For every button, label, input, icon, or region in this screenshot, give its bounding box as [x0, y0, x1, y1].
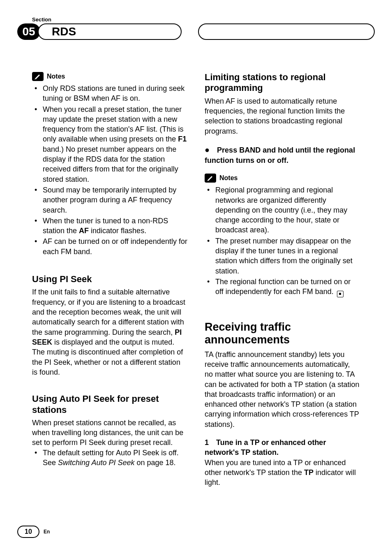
- section-label: Section: [32, 16, 360, 23]
- step-1: 1Tune in a TP or enhanced other network'…: [205, 438, 360, 458]
- list-item: The default setting for Auto PI Seek is …: [32, 448, 187, 468]
- list-item: AF can be turned on or off independently…: [32, 236, 187, 257]
- heading-auto-pi-seek: Using Auto PI Seek for preset stations: [32, 394, 187, 415]
- tab-title: RDS: [52, 25, 76, 38]
- list-item: The preset number may disappear on the d…: [205, 236, 360, 276]
- pencil-note-icon: [205, 174, 216, 183]
- notes-block-right: Notes Regional programming and regional …: [205, 174, 360, 297]
- notes-block-left: Notes Only RDS stations are tuned in dur…: [32, 72, 187, 257]
- list-item: The regional function can be turned on o…: [205, 277, 360, 297]
- heading-traffic: Receiving traffic announcements: [205, 321, 360, 346]
- stop-icon: [337, 291, 344, 297]
- list-item: Regional programming and regional networ…: [205, 185, 360, 235]
- traffic-section: Receiving traffic announcements TA (traf…: [205, 321, 360, 488]
- notes-label: Notes: [219, 174, 238, 182]
- page-header: 05 RDS: [32, 24, 360, 40]
- notes-label: Notes: [47, 73, 65, 80]
- heading-pi-seek: Using PI Seek: [32, 274, 187, 285]
- instruction-band-hold: ●Press BAND and hold until the regional …: [205, 144, 360, 165]
- language-label: En: [44, 529, 50, 535]
- list-item: Sound may be temporarily interrupted by …: [32, 185, 187, 215]
- list-item: Only RDS stations are tuned in during se…: [32, 83, 187, 104]
- tab-right: [198, 23, 375, 40]
- pencil-note-icon: [32, 72, 44, 81]
- page-number: 10: [17, 526, 39, 538]
- heading-limiting: Limiting stations to regional programmin…: [205, 72, 360, 94]
- limiting-section: Limiting stations to regional programmin…: [205, 72, 360, 165]
- list-item: When the tuner is tuned to a non-RDS sta…: [32, 216, 187, 236]
- section-number-badge: 05: [17, 23, 40, 40]
- tab-left: RDS: [38, 23, 182, 40]
- auto-pi-seek-section: Using Auto PI Seek for preset stations W…: [32, 394, 187, 468]
- list-item: When you recall a preset station, the tu…: [32, 104, 187, 184]
- pi-seek-section: Using PI Seek If the unit fails to find …: [32, 274, 187, 377]
- page-footer: 10 En: [17, 526, 50, 538]
